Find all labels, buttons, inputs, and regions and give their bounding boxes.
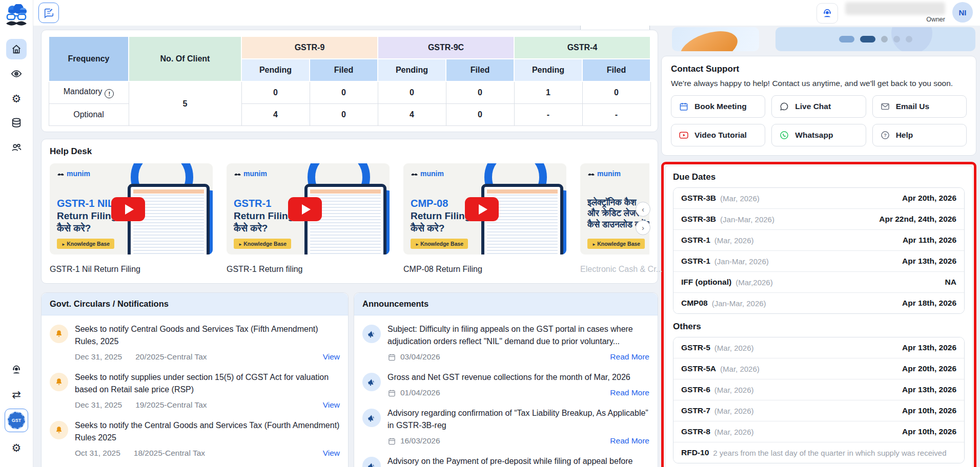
circular-date: Oct 31, 2025 [75,449,120,458]
announcements-title: Announcements [354,293,658,315]
row-mandatory-label: Mandatory! [49,81,129,104]
video-caption[interactable]: GSTR-1 Nil Return Filing [50,265,213,274]
video-thumb-cmp08[interactable]: munim CMP-08 Return Filing कैसे करे? Kno… [403,163,566,254]
video-title-line1: GSTR-1 [234,197,294,210]
home-icon [11,44,22,55]
circular-ref: 19/2025-Central Tax [135,400,207,410]
knowledge-base-badge: Knowledge Base [411,239,468,249]
form-period: (Mar, 2026) [720,194,760,203]
sidebar-item-preferences[interactable]: ⚙ [6,437,27,458]
cell-gstr4-pending: - [514,104,582,126]
video-caption[interactable]: Electronic Cash & Cr... [580,265,743,274]
support-buttons: Book Meeting Live Chat Email Us Vid [671,95,967,146]
view-link[interactable]: View [323,352,340,362]
sidebar-item-sync[interactable]: ⇄ [6,384,27,405]
video-caption[interactable]: CMP-08 Return Filing [403,265,566,274]
app-root: ⚙ ⇄ GST ⚙ [0,0,980,467]
whatsapp-button[interactable]: Whatsapp [771,124,866,146]
row-label-text: Mandatory [64,87,103,96]
view-link[interactable]: View [323,400,340,410]
video-title: GSTR-1 NIL Return Filing कैसे करे? [57,197,117,235]
video-caption[interactable]: GSTR-1 Return filing [227,265,390,274]
calendar-icon [387,437,396,445]
due-date: Apr 22nd, 24th, 2026 [874,215,956,224]
carousel-prev-button[interactable]: ‹ [636,202,650,217]
mail-icon [880,101,890,112]
announcements-card: Announcements Subject: Difficulty in fil… [354,292,658,467]
circular-meta: Dec 31, 2025 20/2025-Central Tax View [75,352,340,362]
carousel-dot[interactable] [906,36,912,43]
megaphone-icon [362,457,381,467]
video-title: CMP-08 Return Filing कैसे करे? [411,197,471,235]
sidebar-item-review[interactable] [6,63,27,84]
list-item: Seeks to notify Central Goods and Servic… [42,315,348,364]
sidebar-item-settings[interactable]: ⚙ [6,88,27,109]
promo-banner-carousel[interactable] [775,27,975,51]
read-more-link[interactable]: Read More [610,388,649,397]
gear-icon: ⚙ [12,442,22,453]
mustache-icon [587,172,595,176]
email-us-button[interactable]: Email Us [872,95,967,118]
help-button[interactable]: ? Help [872,124,967,146]
sidebar-item-home[interactable] [6,39,27,59]
youtube-play-icon[interactable] [111,197,145,221]
list-item: Gross and Net GST revenue collections fo… [354,364,658,399]
book-meeting-button[interactable]: Book Meeting [671,95,765,118]
read-more-link[interactable]: Read More [610,352,649,362]
announcement-body: Advisory on the Payment of pre-deposit w… [387,455,649,467]
video-carousel: munim GSTR-1 NIL Return Filing कैसे करे?… [50,163,649,254]
video-title-line3: कैसे करे? [411,222,471,235]
message-edit-icon [43,7,54,18]
list-item: GSTR-5 (Mar, 2026) Apr 13th, 2026 [673,337,964,358]
carousel-next-button[interactable]: › [636,220,650,235]
header-support-button[interactable] [816,3,838,24]
sidebar-item-gst[interactable]: GST [5,409,28,432]
feedback-compose-button[interactable] [38,3,59,23]
video-thumb-gstr1-nil[interactable]: munim GSTR-1 NIL Return Filing कैसे करे?… [50,163,213,254]
youtube-play-icon[interactable] [465,197,499,221]
carousel-dot-active[interactable] [860,36,875,43]
read-more-link[interactable]: Read More [610,436,649,445]
announcement-date: 03/04/2026 [400,352,440,362]
topbar: Owner NI [33,0,980,26]
button-label: Help [896,131,913,140]
cell-gstr9-filed: 0 [310,81,378,104]
carousel-dot[interactable] [893,36,900,43]
eye-icon [11,68,22,79]
live-chat-button[interactable]: Live Chat [771,95,866,118]
carousel-dot[interactable] [839,36,854,43]
video-title-line1: GSTR-1 NIL [57,197,117,210]
list-item: GSTR-8 (Mar, 2026) Apr 10th, 2026 [673,421,964,442]
circular-body: Seeks to notify supplies under section 1… [75,371,340,410]
sidebar-item-support[interactable] [6,359,27,380]
view-link[interactable]: View [323,449,340,458]
circular-body: Seeks to notify the Central Goods and Se… [75,419,340,458]
announcement-date: 16/03/2026 [400,436,440,445]
govt-circulars-title: Govt. Circulars / Notifications [42,293,348,315]
promo-banner-left[interactable] [672,27,759,51]
form-name: GSTR-5A [681,364,716,373]
announcement-body: Advisory regarding confirmation of “Tax … [387,407,649,445]
cell-gstr9c-filed: 0 [446,104,514,126]
sidebar-item-data[interactable] [6,113,27,133]
carousel-dot[interactable] [881,36,888,43]
col-pending: Pending [241,59,310,81]
info-alert-icon[interactable]: ! [105,89,114,98]
video-thumb-gstr1[interactable]: munim GSTR-1 Return Filing कैसे करे? Kno… [227,163,390,254]
headset-person-icon [822,8,833,19]
announcement-meta: 01/04/2026 Read More [387,388,649,397]
youtube-play-icon[interactable] [288,197,322,221]
col-filed: Filed [310,59,378,81]
sidebar-item-clients[interactable] [6,137,27,158]
avatar[interactable]: NI [952,2,973,23]
bell-icon [50,421,68,439]
bell-icon [50,325,68,343]
form-name: GSTR-1 [681,236,710,245]
knowledge-base-badge: Knowledge Base [234,239,291,249]
announcement-title: Gross and Net GST revenue collections fo… [387,371,649,384]
form-period: (Jan-Mar, 2026) [720,215,774,224]
form-name: RFD-10 [681,448,709,457]
knowledge-base-badge: Knowledge Base [587,239,645,249]
video-tutorial-button[interactable]: Video Tutorial [671,124,765,146]
returns-summary-table: Frequency No. Of Client GSTR-9 GSTR-9C G… [48,36,651,126]
